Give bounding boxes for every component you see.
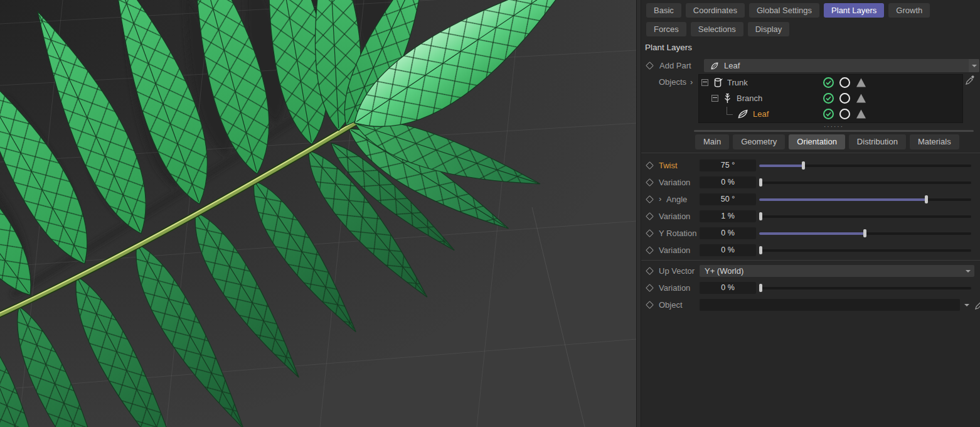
keyframe-diamond[interactable]	[646, 161, 654, 170]
param-label: Y Rotation	[659, 229, 696, 238]
add-part-dropdown-button[interactable]	[969, 59, 979, 72]
tab-display[interactable]: Display	[748, 22, 790, 36]
leaf-icon	[737, 108, 749, 120]
param-slider[interactable]	[759, 282, 971, 294]
tab-row-1: Basic Coordinates Global Settings Plant …	[646, 3, 930, 18]
param-slider[interactable]	[759, 159, 971, 171]
param-value-field[interactable]: 1 %	[700, 210, 756, 222]
subtab-orientation[interactable]: Orientation	[789, 134, 845, 149]
tab-plant-layers[interactable]: Plant Layers	[824, 3, 884, 18]
tab-basic[interactable]: Basic	[646, 3, 681, 18]
object-link-field[interactable]	[700, 299, 960, 311]
slider-handle[interactable]	[863, 229, 866, 237]
tree-resize-bar[interactable]	[694, 130, 974, 132]
section-title: Plant Layers	[645, 43, 692, 52]
slider-handle[interactable]	[759, 284, 762, 292]
chevron-down-icon	[972, 65, 977, 67]
pick-object-eyedropper-icon[interactable]	[965, 75, 976, 85]
param-value-field[interactable]: 0 %	[700, 244, 756, 256]
leaf-icon	[710, 61, 720, 71]
keyframe-diamond[interactable]	[646, 246, 654, 254]
editor-visibility-circle-icon[interactable]	[839, 92, 851, 104]
enabled-check-icon[interactable]	[823, 92, 834, 104]
subtab-distribution[interactable]: Distribution	[849, 134, 906, 149]
keyframe-diamond[interactable]	[646, 301, 654, 309]
add-part-row: Add Part Leaf	[647, 59, 691, 72]
param-row-twist: Twist 75 °	[647, 159, 976, 171]
viewport-scene-svg	[0, 0, 636, 427]
editor-visibility-circle-icon[interactable]	[839, 77, 851, 89]
collapse-toggle-icon[interactable]	[711, 95, 718, 102]
param-value-field[interactable]: 0 %	[700, 227, 756, 239]
keyframe-diamond[interactable]	[646, 229, 654, 237]
param-row-object: Object	[647, 299, 976, 311]
chevron-right-icon	[686, 77, 693, 87]
enabled-check-icon[interactable]	[823, 108, 834, 120]
subtab-row: Main Geometry Orientation Distribution M…	[695, 134, 959, 149]
tree-item-toggles	[823, 92, 867, 104]
collapse-toggle-icon[interactable]	[701, 79, 708, 86]
slider-track[interactable]	[759, 249, 971, 252]
chevron-down-icon[interactable]	[964, 304, 969, 306]
param-slider[interactable]	[759, 193, 971, 205]
viewport-3d[interactable]	[0, 0, 636, 427]
pick-object-eyedropper-icon[interactable]	[974, 300, 980, 310]
tree-connector	[727, 107, 733, 115]
render-visibility-triangle-icon[interactable]	[855, 92, 867, 104]
tree-item-leaf[interactable]: Leaf	[699, 106, 962, 122]
slider-track[interactable]	[759, 287, 971, 289]
tree-resize-handle[interactable]	[694, 124, 974, 129]
param-label: Angle	[666, 195, 687, 204]
keyframe-diamond[interactable]	[646, 284, 654, 292]
tab-global-settings[interactable]: Global Settings	[749, 3, 819, 18]
up-vector-value: Y+ (World)	[705, 266, 743, 276]
keyframe-diamond[interactable]	[646, 267, 654, 275]
subtab-main[interactable]: Main	[695, 134, 729, 149]
param-label: Variation	[659, 283, 690, 293]
tab-selections[interactable]: Selections	[691, 22, 743, 36]
keyframe-diamond[interactable]	[646, 195, 654, 203]
param-value-field[interactable]: 0 %	[700, 282, 756, 294]
tree-item-branch[interactable]: Branch	[699, 90, 962, 106]
param-value-field[interactable]: 75 °	[700, 159, 756, 171]
tree-item-label: Leaf	[753, 109, 769, 119]
separator	[641, 260, 980, 261]
param-value-field[interactable]: 50 °	[700, 193, 756, 205]
param-slider[interactable]	[759, 210, 971, 222]
param-slider[interactable]	[759, 176, 971, 188]
param-value-field[interactable]: 0 %	[700, 176, 756, 188]
keyframe-diamond[interactable]	[646, 178, 654, 186]
enabled-check-icon[interactable]	[823, 77, 834, 89]
param-label: Variation	[659, 246, 690, 255]
keyframe-diamond[interactable]	[646, 62, 654, 70]
render-visibility-triangle-icon[interactable]	[855, 77, 867, 89]
subtab-geometry[interactable]: Geometry	[733, 134, 785, 149]
editor-visibility-circle-icon[interactable]	[839, 108, 851, 120]
slider-fill	[759, 198, 927, 201]
slider-handle[interactable]	[759, 178, 762, 186]
slider-handle[interactable]	[802, 161, 805, 170]
param-slider[interactable]	[759, 227, 971, 239]
keyframe-diamond[interactable]	[646, 212, 654, 220]
param-slider[interactable]	[759, 244, 971, 256]
slider-track[interactable]	[759, 181, 971, 184]
slider-handle[interactable]	[759, 246, 762, 254]
subtab-materials[interactable]: Materials	[910, 134, 959, 149]
up-vector-dropdown[interactable]: Y+ (World)	[700, 265, 974, 277]
tree-item-trunk[interactable]: Trunk	[699, 75, 962, 90]
tab-coordinates[interactable]: Coordinates	[686, 3, 745, 18]
tab-forces[interactable]: Forces	[646, 22, 686, 36]
param-label: Object	[659, 300, 683, 310]
slider-handle[interactable]	[925, 195, 928, 203]
tree-item-label: Trunk	[727, 78, 748, 87]
render-visibility-triangle-icon[interactable]	[855, 108, 867, 120]
viewport-panel-splitter[interactable]	[636, 0, 641, 427]
add-part-dropdown[interactable]: Leaf	[704, 59, 979, 72]
add-part-value: Leaf	[724, 61, 740, 70]
slider-track[interactable]	[759, 215, 971, 218]
tab-growth[interactable]: Growth	[888, 3, 930, 18]
objects-label[interactable]: Objects	[659, 77, 693, 87]
chevron-down-icon	[966, 270, 971, 273]
param-row-variation-3: Variation 0 %	[647, 244, 976, 256]
slider-handle[interactable]	[759, 212, 762, 220]
